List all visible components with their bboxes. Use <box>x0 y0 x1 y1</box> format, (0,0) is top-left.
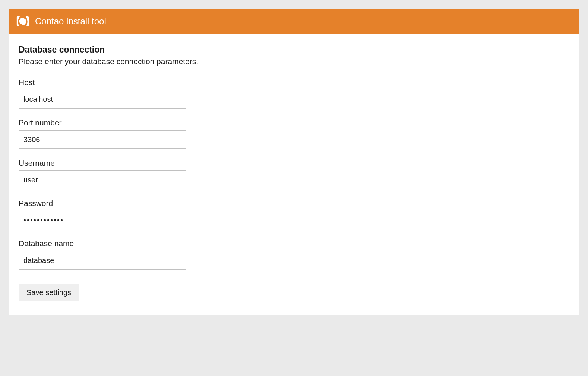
database-label: Database name <box>19 239 569 248</box>
port-input[interactable] <box>19 130 186 149</box>
install-panel: Contao install tool Database connection … <box>9 9 579 315</box>
password-input[interactable] <box>19 211 186 229</box>
host-label: Host <box>19 78 569 87</box>
database-input[interactable] <box>19 251 186 270</box>
username-field-group: Username <box>19 159 569 189</box>
username-label: Username <box>19 159 569 167</box>
password-label: Password <box>19 199 569 208</box>
button-row: Save settings <box>19 284 569 301</box>
database-field-group: Database name <box>19 239 569 270</box>
host-field-group: Host <box>19 78 569 109</box>
section-heading: Database connection <box>19 45 569 55</box>
username-input[interactable] <box>19 170 186 189</box>
save-settings-button[interactable]: Save settings <box>19 284 79 301</box>
page-header: Contao install tool <box>9 9 579 34</box>
page-title: Contao install tool <box>35 16 106 26</box>
password-field-group: Password <box>19 199 569 229</box>
section-description: Please enter your database connection pa… <box>19 57 569 66</box>
host-input[interactable] <box>19 90 186 109</box>
form-content: Database connection Please enter your da… <box>9 34 579 315</box>
port-field-group: Port number <box>19 118 569 149</box>
contao-logo-icon <box>16 14 30 28</box>
port-label: Port number <box>19 118 569 127</box>
